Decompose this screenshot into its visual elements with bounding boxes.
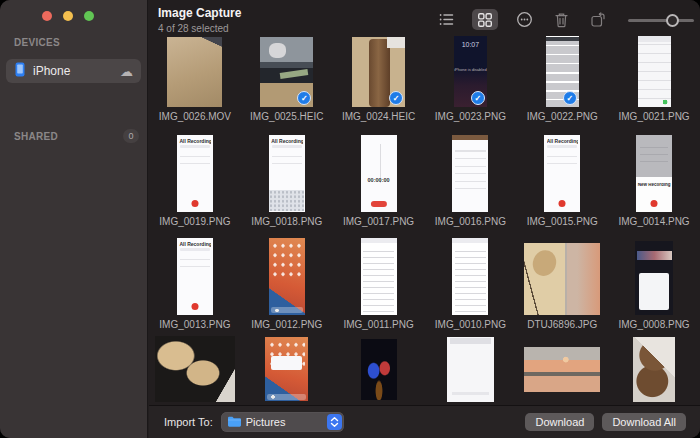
- photo-thumbnail: [524, 347, 600, 392]
- photo-item[interactable]: IMG_0016.PNG: [425, 125, 517, 230]
- thumbnail-timer-text: 00:00:00: [361, 177, 397, 183]
- photo-thumbnail: [447, 337, 494, 402]
- photo-filename: IMG_0021.PNG: [619, 111, 690, 122]
- fullscreen-button[interactable]: [84, 11, 94, 21]
- photo-filename: IMG_0011.PNG: [343, 319, 413, 330]
- thumbnail-clock-text: 10:07: [454, 41, 487, 49]
- photo-filename: IMG_0023.PNG: [435, 111, 506, 122]
- photo-thumbnail: [452, 238, 488, 315]
- thumbnail-dialog-art: [271, 356, 302, 369]
- record-pill: [370, 201, 386, 206]
- slider-knob[interactable]: [666, 14, 679, 27]
- photo-filename: IMG_0010.PNG: [435, 319, 506, 330]
- photo-item[interactable]: IMG_0010.PNG: [425, 230, 517, 333]
- header-titles: Image Capture 4 of 28 selected: [158, 7, 435, 34]
- thumbnail-title-text: All Recordings: [179, 139, 211, 145]
- selection-status: 4 of 28 selected: [158, 23, 435, 34]
- photo-thumbnail: 10:07 iPhone is disabled ✓: [454, 36, 487, 107]
- minimize-button[interactable]: [63, 11, 73, 21]
- destination-value: Pictures: [246, 416, 322, 428]
- photo-item[interactable]: [241, 333, 333, 405]
- photo-thumbnail: All Recordings: [269, 135, 305, 212]
- content-area: Image Capture 4 of 28 selected: [149, 0, 700, 438]
- photo-item[interactable]: [608, 333, 700, 405]
- photo-item[interactable]: All Recordings IMG_0013.PNG: [149, 230, 241, 333]
- thumbnail-keyboard-art: [269, 190, 304, 211]
- photo-thumbnail: [633, 337, 675, 402]
- photo-item[interactable]: [425, 333, 517, 405]
- photo-filename: IMG_0024.HEIC: [342, 111, 415, 122]
- sidebar: DEVICES iPhone ☁ SHARED 0: [0, 0, 148, 438]
- destination-popup[interactable]: Pictures: [221, 412, 344, 432]
- iphone-icon: [14, 62, 26, 80]
- cloud-icon: ☁: [120, 65, 133, 78]
- devices-section-label: DEVICES: [14, 37, 147, 48]
- photo-thumbnail: New Recording: [636, 135, 672, 212]
- photo-filename: IMG_0017.PNG: [343, 216, 414, 227]
- thumbnail-title-text: All Recordings: [179, 242, 211, 248]
- photo-item[interactable]: ✓ IMG_0024.HEIC: [333, 36, 425, 125]
- photo-filename: IMG_0022.PNG: [527, 111, 598, 122]
- header: Image Capture 4 of 28 selected: [149, 0, 700, 36]
- photo-thumbnail: All Recordings: [177, 135, 213, 212]
- shared-section-label: SHARED: [14, 131, 123, 142]
- device-name: iPhone: [33, 64, 120, 78]
- photo-item[interactable]: 00:00:00 IMG_0017.PNG: [333, 125, 425, 230]
- shared-section[interactable]: SHARED 0: [14, 129, 139, 143]
- rotate-button[interactable]: [587, 10, 609, 30]
- photo-filename: IMG_0018.PNG: [251, 216, 322, 227]
- photo-item[interactable]: [149, 333, 241, 405]
- toolbar: [435, 7, 694, 30]
- photo-item[interactable]: All Recordings IMG_0018.PNG: [241, 125, 333, 230]
- photo-item[interactable]: [516, 333, 608, 405]
- photo-item[interactable]: All Recordings IMG_0015.PNG: [516, 125, 608, 230]
- folder-icon: [227, 413, 241, 431]
- thumbnail-card-art: [639, 273, 669, 310]
- photo-item[interactable]: 10:07 iPhone is disabled ✓ IMG_0023.PNG: [425, 36, 517, 125]
- more-options-button[interactable]: [513, 10, 535, 30]
- thumbnail-title-text: All Recordings: [547, 139, 579, 145]
- photo-item[interactable]: ✓ IMG_0022.PNG: [516, 36, 608, 125]
- photo-filename: IMG_0026.MOV: [159, 111, 231, 122]
- photo-item[interactable]: All Recordings IMG_0019.PNG: [149, 125, 241, 230]
- photo-item[interactable]: IMG_0012.PNG: [241, 230, 333, 333]
- selected-checkmark-icon: ✓: [297, 91, 311, 105]
- photo-item[interactable]: IMG_0021.PNG: [608, 36, 700, 125]
- photo-thumbnail: [524, 243, 600, 315]
- import-to-label: Import To:: [164, 416, 213, 428]
- photo-item[interactable]: DTUJ6896.JPG: [516, 230, 608, 333]
- thumbnail-title-text: All Recordings: [271, 139, 303, 145]
- grid-view-button[interactable]: [472, 9, 498, 30]
- photo-thumbnail: [361, 238, 397, 315]
- photo-thumbnail: 00:00:00: [361, 135, 397, 212]
- record-dot: [191, 303, 198, 310]
- window-controls: [0, 0, 147, 21]
- photo-grid: IMG_0026.MOV ✓ IMG_0025.HEIC ✓ IMG_0024.…: [149, 36, 700, 405]
- thumbnail-dock-art: [267, 394, 306, 400]
- photo-thumbnail: [269, 238, 305, 315]
- photo-item[interactable]: New Recording IMG_0014.PNG: [608, 125, 700, 230]
- photo-thumbnail: All Recordings: [177, 238, 213, 315]
- photo-item[interactable]: IMG_0008.PNG: [608, 230, 700, 333]
- photo-thumbnail: [155, 336, 235, 402]
- photo-item[interactable]: IMG_0026.MOV: [149, 36, 241, 125]
- import-bar: Import To: Pictures Download Download Al…: [149, 405, 700, 438]
- slider-track[interactable]: [628, 19, 694, 22]
- photo-filename: IMG_0016.PNG: [435, 216, 506, 227]
- thumbnail-zoom-slider[interactable]: [628, 10, 694, 30]
- photo-filename: IMG_0008.PNG: [619, 319, 690, 330]
- download-button[interactable]: Download: [525, 413, 594, 431]
- selected-checkmark-icon: ✓: [389, 91, 403, 105]
- photo-thumbnail: [638, 36, 671, 107]
- sidebar-item-iphone[interactable]: iPhone ☁: [6, 59, 141, 83]
- list-view-button[interactable]: [435, 10, 457, 30]
- photo-item[interactable]: [333, 333, 425, 405]
- close-button[interactable]: [42, 11, 52, 21]
- thumbnail-dock-art: [271, 307, 303, 314]
- photo-item[interactable]: ✓ IMG_0025.HEIC: [241, 36, 333, 125]
- photo-item[interactable]: IMG_0011.PNG: [333, 230, 425, 333]
- photo-thumbnail: [167, 37, 222, 107]
- delete-button[interactable]: [550, 10, 572, 30]
- thumbnail-status-text: iPhone is disabled: [454, 67, 487, 72]
- download-all-button[interactable]: Download All: [602, 413, 686, 431]
